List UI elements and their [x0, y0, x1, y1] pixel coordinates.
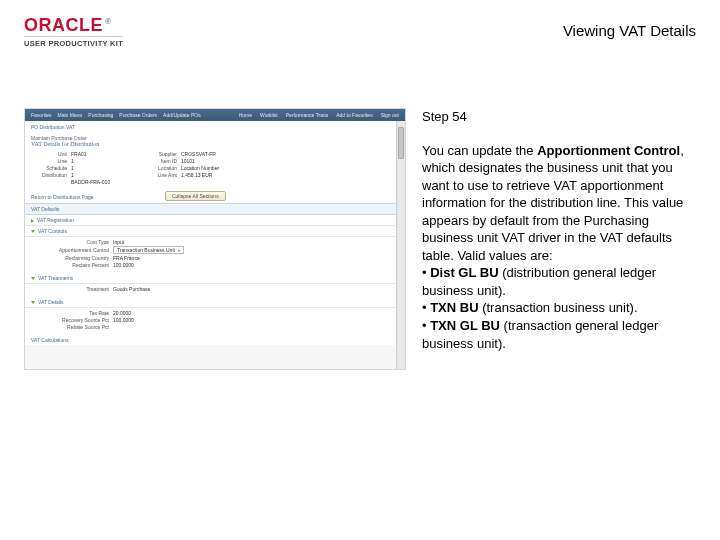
mini-nav-item: Sign out: [381, 112, 399, 118]
mini-nav-item: Performance Trace: [286, 112, 329, 118]
page-title: Viewing VAT Details: [563, 22, 696, 39]
mini-nav-item: Add to Favorites: [336, 112, 372, 118]
step-label: Step 54: [422, 108, 696, 126]
instruction-bullet: • TXN GL BU (transaction general ledger …: [422, 317, 696, 352]
upk-label: USER PRODUCTIVITY KIT: [24, 36, 123, 48]
instruction-bullet: • Dist GL BU (distribution general ledge…: [422, 264, 696, 299]
instruction-paragraph: You can update the Apportionment Control…: [422, 142, 696, 265]
oracle-logo: ORACLE®: [24, 16, 123, 34]
mini-nav-item: Add/Update POs: [163, 112, 201, 118]
mini-section-controls: VAT Controls: [25, 226, 405, 237]
mini-nav-item: Favorites: [31, 112, 52, 118]
mini-navbar: Favorites Main Menu Purchasing Purchase …: [25, 109, 405, 121]
mini-treatments-body: TreatmentGoods Purchase: [25, 284, 405, 297]
mini-collapse-button: Collapse All Sections: [165, 191, 226, 201]
triangle-icon: [31, 301, 35, 304]
mini-nav-item: Worklist: [260, 112, 278, 118]
triangle-icon: [31, 230, 35, 233]
mini-details-body: Tax Rate20.0000 Recovery Source Pct100.0…: [25, 308, 405, 335]
mini-nav-item: Home: [239, 112, 252, 118]
screenshot-thumbnail: Favorites Main Menu Purchasing Purchase …: [24, 108, 406, 370]
mini-section-details: VAT Details: [25, 297, 405, 308]
mini-vat-defaults-bar: VAT Defaults: [25, 203, 405, 215]
mini-section-treatments: VAT Treatments: [25, 273, 405, 284]
mini-breadcrumb: PO Distribution VAT: [25, 121, 405, 133]
mini-section-registration: VAT Registration: [25, 215, 405, 226]
mini-nav-item: Purchase Orders: [119, 112, 157, 118]
mini-scrollbar-thumb: [398, 127, 404, 159]
mini-page-title: VAT Details for Distribution: [25, 141, 405, 149]
mini-return-link: Return to Distributions Page: [31, 194, 94, 200]
mini-return-row: Return to Distributions Page Collapse Al…: [25, 189, 405, 203]
triangle-icon: [31, 277, 35, 280]
instruction-text: You can update the Apportionment Control…: [422, 142, 696, 353]
mini-vat-calculations: VAT Calculations: [25, 335, 405, 345]
mini-nav-item: Main Menu: [58, 112, 83, 118]
instruction-bullet: • TXN BU (transaction business unit).: [422, 299, 696, 317]
triangle-icon: [31, 219, 34, 223]
mini-nav-item: Purchasing: [88, 112, 113, 118]
mini-apportionment-select: Transaction Business Unit: [113, 246, 184, 254]
mini-page-pretitle: Maintain Purchase Order: [25, 133, 405, 141]
mini-scrollbar: [396, 121, 405, 369]
mini-header-fields: UnitFRA01 SupplierCROSSVAT-FR Line1 Item…: [25, 149, 405, 189]
mini-controls-body: Cost TypeInput Apportionment ControlTran…: [25, 237, 405, 273]
oracle-logo-block: ORACLE® USER PRODUCTIVITY KIT: [24, 16, 123, 48]
